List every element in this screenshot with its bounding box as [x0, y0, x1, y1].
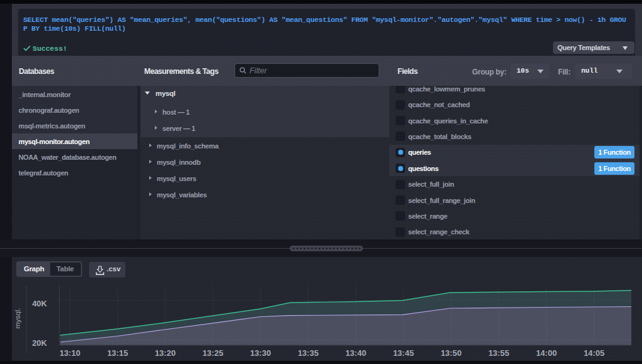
- svg-text:13:40: 13:40: [345, 348, 366, 358]
- svg-text:13:30: 13:30: [250, 348, 271, 358]
- svg-text:40K: 40K: [32, 299, 47, 308]
- svg-text:13:35: 13:35: [298, 348, 318, 358]
- svg-text:13:20: 13:20: [155, 348, 176, 358]
- svg-text:14:05: 14:05: [584, 348, 604, 358]
- svg-text:13:25: 13:25: [203, 348, 223, 358]
- svg-text:14:00: 14:00: [536, 348, 557, 358]
- svg-text:13:15: 13:15: [107, 348, 128, 358]
- svg-text:20K: 20K: [32, 338, 47, 348]
- svg-text:13:10: 13:10: [60, 348, 80, 358]
- svg-text:13:45: 13:45: [393, 348, 414, 358]
- svg-text:13:50: 13:50: [441, 348, 461, 358]
- svg-text:13:55: 13:55: [488, 348, 509, 358]
- svg-text:mysql.: mysql.: [14, 308, 21, 328]
